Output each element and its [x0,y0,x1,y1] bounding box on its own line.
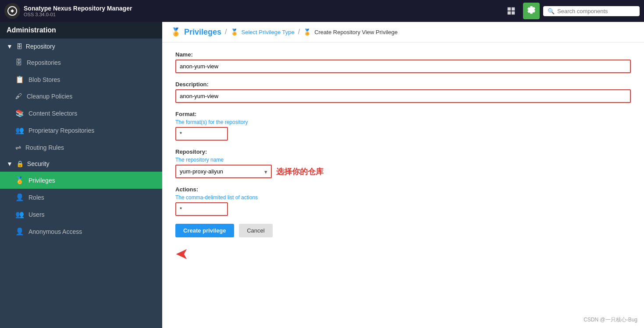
sidebar-item-proprietary-repos[interactable]: 👥 Proprietary Repositories [0,122,162,139]
sidebar-item-anonymous-access[interactable]: 👤 Anonymous Access [0,223,162,240]
sidebar-item-label: Cleanup Policies [27,93,72,100]
search-icon: 🔍 [548,8,555,14]
sidebar-item-users[interactable]: 👥 Users [0,206,162,223]
format-label: Format: [175,111,631,117]
form-group-description: Description: [175,81,631,103]
sidebar-group-label: Repository [26,43,55,50]
arrow-annotation: ➤ [175,245,631,264]
breadcrumb-root-icon: 🏅 [171,27,181,37]
breadcrumb-root-link[interactable]: Privileges [184,28,221,37]
description-label: Description: [175,81,631,88]
sidebar-group-security[interactable]: ▼ 🔒 Security [0,156,162,172]
actions-input[interactable] [175,202,228,216]
breadcrumb-step1-icon: 🏅 [231,28,238,35]
content-area: 🏅 Privileges / 🏅 Select Privilege Type /… [162,22,644,328]
repository-row: yum-proxy-aliyun ▾ 选择你的仓库 [175,165,631,178]
name-label: Name: [175,51,631,58]
sidebar-item-repositories[interactable]: 🗄 Repositories [0,54,162,71]
app-logo: Sonatype Nexus Repository Manager OSS 3.… [4,3,132,19]
anonymous-icon: 👤 [15,227,24,236]
watermark: CSDN @一只核心-Bug [584,316,637,324]
privileges-icon: 🏅 [15,176,24,184]
form-area: Name: Description: Format: The format(s)… [162,42,644,272]
svg-rect-1 [508,7,511,11]
settings-icon-btn[interactable] [523,3,540,19]
svg-rect-3 [508,11,511,14]
sidebar-item-content-selectors[interactable]: 📚 Content Selectors [0,105,162,122]
form-group-repository: Repository: The repository name yum-prox… [175,148,631,178]
format-input[interactable] [175,127,228,141]
actions-hint: The comma-delimited list of actions [175,194,631,201]
content-selectors-icon: 📚 [15,109,24,117]
sidebar-item-label: Privileges [28,177,55,184]
repository-select[interactable]: yum-proxy-aliyun [175,165,272,178]
app-title: Sonatype Nexus Repository Manager OSS 3.… [24,5,132,17]
search-bar[interactable]: 🔍 [543,6,640,16]
sidebar-group-repository[interactable]: ▼ 🗄 Repository [0,39,162,54]
actions-label: Actions: [175,186,631,193]
name-input[interactable] [175,60,631,73]
description-input[interactable] [175,89,631,103]
repository-select-wrap: yum-proxy-aliyun ▾ [175,165,272,178]
format-hint: The format(s) for the repository [175,119,631,125]
repositories-icon: 🗄 [15,59,22,67]
breadcrumb-step2-current: Create Repository View Privilege [314,29,398,35]
create-privilege-button[interactable]: Create privilege [175,224,234,237]
arrow-icon: ▼ [7,43,13,50]
repository-icon: 🗄 [16,43,22,50]
routing-icon: ⇌ [15,143,21,152]
sidebar-item-label: Users [28,211,45,218]
repository-annotation: 选择你的仓库 [276,166,324,177]
sidebar-item-label: Content Selectors [28,110,77,117]
breadcrumb-step2-icon: 🏅 [303,28,311,35]
cancel-button[interactable]: Cancel [239,224,272,237]
breadcrumb-sep-2: / [298,28,300,36]
svg-rect-4 [512,11,515,14]
search-input[interactable] [557,8,635,14]
svg-rect-2 [512,7,515,11]
sidebar-item-label: Blob Stores [28,76,60,83]
proprietary-icon: 👥 [15,126,24,134]
breadcrumb-step1-link[interactable]: Select Privilege Type [242,29,295,35]
sidebar-item-label: Repositories [27,59,61,66]
main-layout: Administration ▼ 🗄 Repository 🗄 Reposito… [0,22,644,328]
blob-stores-icon: 📋 [15,75,24,84]
sidebar-group-label: Security [27,160,50,167]
repository-label: Repository: [175,148,631,155]
sidebar-item-label: Roles [28,194,44,201]
sidebar: Administration ▼ 🗄 Repository 🗄 Reposito… [0,22,162,328]
roles-icon: 👤 [15,193,24,201]
topbar-actions: 🔍 [503,3,640,19]
form-group-buttons: Create privilege Cancel [175,224,631,237]
cleanup-icon: 🖋 [15,92,22,100]
form-group-format: Format: The format(s) for the repository [175,111,631,141]
form-group-actions: Actions: The comma-delimited list of act… [175,186,631,216]
security-icon: 🔒 [16,160,24,167]
app-name: Sonatype Nexus Repository Manager [24,5,132,12]
sidebar-section-header: Administration [0,22,162,39]
topbar: Sonatype Nexus Repository Manager OSS 3.… [0,0,644,22]
sidebar-item-blob-stores[interactable]: 📋 Blob Stores [0,71,162,88]
sidebar-item-routing-rules[interactable]: ⇌ Routing Rules [0,139,162,156]
users-icon: 👥 [15,210,24,219]
sidebar-item-label: Anonymous Access [28,228,82,235]
logo-icon [4,3,20,19]
sidebar-item-privileges[interactable]: 🏅 Privileges [0,172,162,189]
breadcrumb: 🏅 Privileges / 🏅 Select Privilege Type /… [162,22,644,42]
arrow-icon: ▼ [7,160,13,167]
repository-hint: The repository name [175,157,631,163]
sidebar-item-label: Routing Rules [25,144,64,151]
sidebar-item-roles[interactable]: 👤 Roles [0,189,162,206]
packages-icon-btn[interactable] [503,3,519,19]
sidebar-item-label: Proprietary Repositories [28,127,94,134]
sidebar-item-cleanup-policies[interactable]: 🖋 Cleanup Policies [0,88,162,105]
form-group-name: Name: [175,51,631,73]
app-version: OSS 3.34.0-01 [24,12,132,17]
breadcrumb-sep-1: / [225,28,227,36]
